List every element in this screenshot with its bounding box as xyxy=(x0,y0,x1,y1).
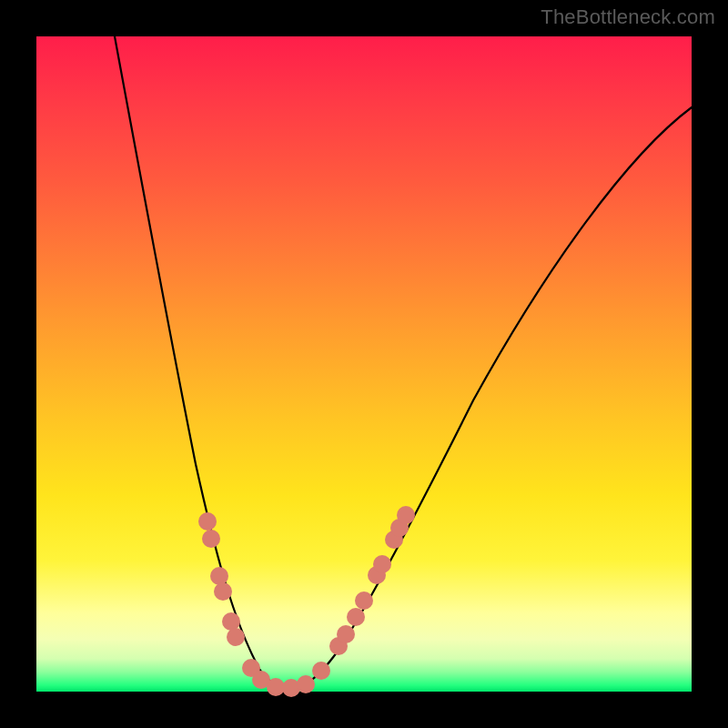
bead-point xyxy=(337,625,355,643)
bead-point xyxy=(227,628,245,646)
bead-point xyxy=(210,567,228,585)
bead-point xyxy=(267,678,285,696)
bead-point xyxy=(373,555,391,573)
bottleneck-curve xyxy=(115,36,692,688)
bead-point xyxy=(214,582,232,601)
bead-point xyxy=(202,530,220,548)
bead-point xyxy=(355,592,373,610)
bead-point xyxy=(297,675,315,693)
gradient-plot-area xyxy=(36,36,692,692)
curve-svg xyxy=(36,36,692,692)
bead-point xyxy=(397,506,415,524)
watermark-text: TheBottleneck.com xyxy=(541,5,715,29)
bead-point xyxy=(347,608,365,626)
bead-point xyxy=(312,662,330,680)
chart-frame: TheBottleneck.com xyxy=(0,0,728,728)
bead-point xyxy=(222,612,240,631)
bead-point xyxy=(198,512,217,531)
